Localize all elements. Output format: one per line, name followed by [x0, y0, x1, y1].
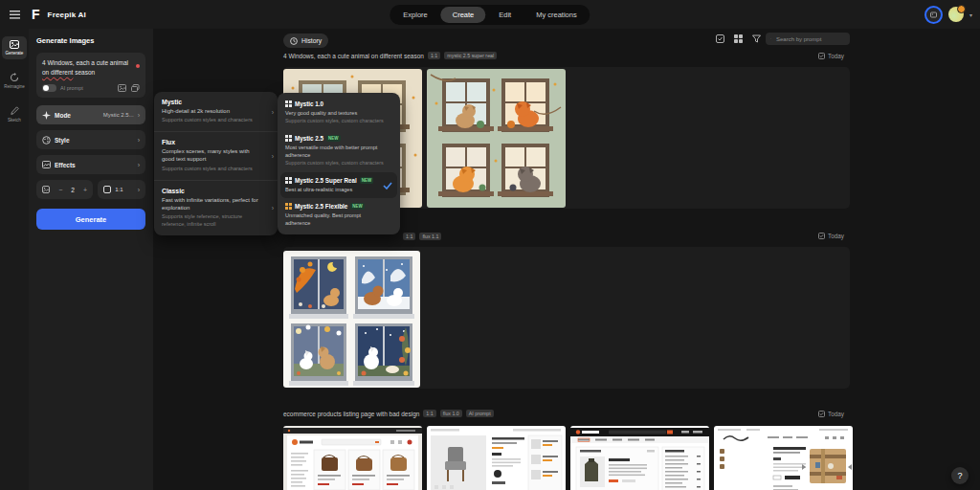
menu-item-mystic-2-5[interactable]: Mystic 2.5 NEW Most versatile mode with … — [280, 130, 397, 172]
sidebar-item-generate[interactable]: Generate — [2, 36, 27, 59]
check-icon — [383, 182, 392, 189]
effects-icon — [42, 161, 51, 168]
today-selector-1[interactable]: Today — [818, 53, 844, 59]
search-bar[interactable] — [766, 33, 850, 45]
ai-prompt-toggle[interactable] — [42, 84, 56, 92]
ratio-value: 1:1 — [115, 187, 133, 192]
prompt-title: 4 Windows, each a cute animal on differe… — [283, 53, 424, 59]
panel-title: Generate Images — [36, 36, 145, 45]
menu-item-flux[interactable]: Flux Complex scenes, many styles with go… — [154, 131, 278, 179]
menu-item-mystic-2-5-super-real[interactable]: Mystic 2.5 Super Real NEW Best at ultra-… — [280, 172, 397, 198]
avatar[interactable] — [948, 7, 964, 22]
chevron-right-icon: › — [272, 108, 274, 115]
menu-item-sub: Supports custom styles, custom character… — [285, 160, 392, 167]
menu-item-classic[interactable]: Classic Fast with infinite variations, p… — [154, 180, 278, 235]
square-ratio-icon — [103, 186, 111, 193]
date-label: Today — [828, 53, 844, 59]
chevron-right-icon: › — [138, 137, 140, 144]
generated-image-5-art — [427, 426, 566, 490]
select-icon[interactable] — [716, 34, 724, 43]
view-controls — [716, 34, 761, 43]
today-selector-2[interactable]: Today — [818, 233, 844, 239]
generated-image-6-art — [570, 426, 709, 490]
generated-image-2[interactable] — [427, 69, 566, 208]
aspect-ratio-selector[interactable]: 1:1 › — [98, 180, 145, 199]
rail-label: Generate — [6, 51, 24, 56]
filter-icon[interactable] — [752, 34, 761, 43]
menu-icon[interactable] — [10, 11, 20, 19]
images-icon — [42, 186, 50, 193]
menu-item-title: Mystic 2.5 Flexible — [295, 203, 347, 210]
history-label: History — [301, 37, 322, 44]
menu-item-title: Flux — [162, 139, 270, 145]
generated-image-6[interactable] — [570, 426, 709, 490]
layers-icon[interactable] — [131, 84, 140, 92]
search-input[interactable] — [774, 35, 845, 43]
chevron-right-icon: › — [272, 205, 274, 212]
menu-item-desc: Unmatched quality. Best prompt adherence — [285, 212, 392, 227]
grid-view-icon[interactable] — [734, 34, 743, 43]
mode-value: Mystic 2.5... — [103, 112, 134, 118]
add-image-icon[interactable] — [118, 84, 126, 92]
search-icon — [770, 35, 771, 42]
menu-item-mystic-1-0[interactable]: Mystic 1.0 Very good quality and texture… — [280, 96, 397, 130]
effects-selector[interactable]: Effects › — [36, 155, 145, 174]
nav-explore[interactable]: Explore — [391, 7, 438, 23]
style-label: Style — [55, 137, 134, 144]
generated-image-7[interactable] — [714, 426, 853, 490]
history-button[interactable]: History — [283, 33, 328, 48]
prompt-title: ecommerce products listing page with bad… — [283, 411, 419, 417]
nav-my-creations[interactable]: My creations — [524, 7, 589, 23]
premium-badge-icon — [957, 5, 966, 13]
menu-item-mystic-2-5-flexible[interactable]: Mystic 2.5 Flexible NEW Unmatched qualit… — [280, 198, 397, 232]
checkbox-icon — [818, 233, 825, 239]
ratio-badge: 1:1 — [428, 52, 440, 59]
mode-label: Mode — [55, 112, 100, 119]
nav-create[interactable]: Create — [441, 7, 486, 23]
checkbox-icon — [818, 53, 825, 59]
mystic-submenu: Mystic 1.0 Very good quality and texture… — [278, 93, 400, 234]
menu-item-title: Mystic 1.0 — [295, 100, 323, 107]
model-badge: flux 1.1 — [419, 233, 441, 240]
prompt-card[interactable]: 4 Windows, each a cute animal on differe… — [36, 53, 145, 98]
generate-button[interactable]: Generate — [36, 209, 145, 230]
generated-image-3[interactable] — [283, 251, 420, 388]
count-decrease-button[interactable]: − — [58, 187, 62, 193]
menu-item-mystic[interactable]: Mystic High-detail at 2k resolution Supp… — [154, 92, 278, 131]
count-increase-button[interactable]: + — [83, 187, 87, 193]
style-icon — [42, 136, 51, 145]
today-selector-3[interactable]: Today — [818, 411, 844, 417]
sidebar-item-sketch[interactable]: Sketch — [2, 102, 27, 126]
sparkle-icon — [42, 111, 51, 120]
style-selector[interactable]: Style › — [36, 130, 145, 149]
chevron-right-icon: › — [138, 112, 140, 119]
menu-item-sub: Supports custom styles and characters — [162, 117, 270, 124]
chevron-right-icon: › — [138, 162, 140, 168]
prompt-text: season — [73, 69, 95, 76]
freepik-logo[interactable]: F — [32, 7, 40, 22]
generated-image-2-art — [427, 69, 566, 208]
section-header-3: ecommerce products listing page with bad… — [283, 410, 494, 417]
chevron-down-icon[interactable]: ▾ — [969, 11, 972, 18]
date-label: Today — [828, 411, 844, 417]
sidebar-item-reimagine[interactable]: Reimagine — [2, 69, 27, 93]
main-nav: Explore Create Edit My creations — [390, 5, 590, 25]
generate-icon — [10, 40, 19, 49]
ai-prompt-label: AI prompt — [60, 85, 118, 91]
model-icon — [285, 135, 292, 142]
menu-item-title: Mystic — [162, 99, 270, 105]
count-value: 2 — [71, 187, 75, 193]
menu-item-title: Mystic 2.5 Super Real — [295, 177, 357, 184]
menu-item-title: Mystic 2.5 — [295, 135, 323, 142]
prompt-input[interactable]: 4 Windows, each a cute animal on differe… — [42, 58, 140, 78]
help-button[interactable]: ? — [951, 467, 969, 484]
nav-edit[interactable]: Edit — [487, 7, 523, 23]
mode-selector[interactable]: Mode Mystic 2.5... › — [36, 105, 145, 124]
generated-image-4[interactable] — [283, 426, 422, 490]
grammar-marker-dot — [136, 64, 140, 68]
credits-button[interactable] — [924, 6, 943, 24]
generated-image-5[interactable] — [427, 426, 566, 490]
menu-item-desc: High-detail at 2k resolution — [162, 107, 270, 115]
rail-label: Sketch — [8, 118, 21, 122]
menu-item-sub: Supports custom styles, custom character… — [285, 118, 392, 125]
